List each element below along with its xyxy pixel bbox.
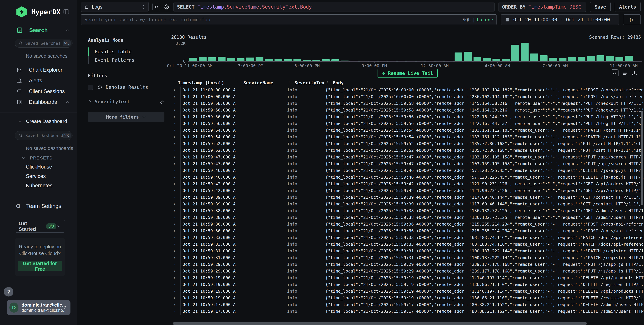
table-row[interactable]: › Oct 21 10:59:56.000 AM info {"time_loc… — [171, 120, 644, 127]
table-row[interactable]: › Oct 21 10:59:19.000 AM info {"time_loc… — [171, 288, 644, 295]
row-expand-chevron[interactable]: › — [173, 101, 176, 106]
histogram-bar[interactable] — [369, 61, 377, 61]
histogram-bar[interactable] — [284, 59, 292, 61]
row-expand-chevron[interactable]: › — [173, 141, 176, 146]
table-row[interactable]: › Oct 21 10:59:56.000 AM info {"time_loc… — [171, 113, 644, 120]
row-expand-chevron[interactable]: › — [173, 188, 176, 193]
query-language-toggle[interactable]: SQL|Lucene — [462, 17, 493, 22]
column-header-servicename[interactable]: ⋮ServiceName — [236, 80, 287, 85]
edit-sql-button[interactable] — [152, 3, 160, 11]
table-row[interactable]: › Oct 21 10:59:29.000 AM info {"time_loc… — [171, 261, 644, 268]
get-started-dropdown[interactable]: Get Started 3/3 — [15, 220, 65, 233]
histogram-bar[interactable] — [596, 55, 604, 61]
view-source-button[interactable] — [611, 69, 618, 77]
download-button[interactable] — [632, 70, 637, 76]
histogram-bar[interactable] — [445, 61, 453, 61]
table-row[interactable]: › Oct 21 10:59:29.000 AM info {"time_loc… — [171, 268, 644, 274]
event-search-input[interactable] — [84, 17, 459, 22]
chevron-up-icon[interactable] — [65, 100, 70, 104]
row-expand-chevron[interactable]: › — [173, 121, 176, 126]
histogram-bar[interactable] — [208, 57, 216, 61]
row-expand-chevron[interactable]: › — [173, 94, 176, 99]
save-button[interactable]: Save — [590, 2, 610, 12]
preset-item-kubernetes[interactable]: Kubernetes — [0, 181, 77, 190]
row-expand-chevron[interactable]: › — [173, 289, 176, 294]
row-expand-chevron[interactable]: › — [173, 107, 176, 112]
create-dashboard-button[interactable]: + Create Dashboard — [0, 116, 77, 126]
row-expand-chevron[interactable]: › — [173, 168, 176, 173]
table-row[interactable]: › Oct 21 10:59:38.000 AM info {"time_loc… — [171, 214, 644, 221]
resume-live-tail-button[interactable]: Resume Live Tail — [378, 69, 438, 78]
sql-mode-option[interactable]: SQL — [462, 17, 471, 22]
orderby-input[interactable]: ORDER BY TimestampTime DESC — [498, 2, 586, 12]
row-expand-chevron[interactable]: › — [173, 262, 176, 267]
table-row[interactable]: › Oct 21 10:59:42.000 AM info {"time_loc… — [171, 187, 644, 194]
alerts-button[interactable]: Alerts — [615, 2, 641, 12]
user-profile-card[interactable]: D dominic.tran@clic... dominic.tran@clic… — [7, 300, 70, 315]
presets-toggle[interactable]: PRESETS — [0, 154, 77, 162]
source-select[interactable]: Logs — [81, 2, 149, 12]
table-row[interactable]: › Oct 21 10:59:52.000 AM info {"time_loc… — [171, 140, 644, 147]
saved-dashboards-searchbox[interactable]: ⌘K — [15, 131, 72, 140]
facet-severitytext[interactable]: SeverityText — [88, 99, 164, 104]
row-expand-chevron[interactable]: › — [173, 248, 176, 253]
table-row[interactable]: › Oct 21 10:59:33.000 AM info {"time_loc… — [171, 241, 644, 248]
histogram-bar[interactable] — [332, 59, 339, 61]
table-row[interactable]: › Oct 21 11:00:00.000 AM info {"time_loc… — [171, 86, 644, 93]
table-row[interactable]: › Oct 21 10:59:33.000 AM info {"time_loc… — [171, 234, 644, 241]
row-expand-chevron[interactable]: › — [173, 302, 176, 307]
histogram-bar[interactable] — [474, 57, 481, 61]
sidebar-item-chart-explorer[interactable]: Chart Explorer — [0, 64, 77, 75]
histogram-bar[interactable] — [256, 57, 263, 61]
pin-icon[interactable] — [160, 99, 164, 104]
histogram-bar[interactable] — [236, 58, 244, 61]
histogram-bar[interactable] — [407, 61, 415, 61]
histogram-bar[interactable] — [454, 52, 462, 61]
row-expand-chevron[interactable]: › — [173, 222, 176, 227]
table-row[interactable]: › Oct 21 10:59:54.000 AM info {"time_loc… — [171, 133, 644, 140]
histogram-bar[interactable] — [502, 59, 510, 61]
histogram-bar[interactable] — [189, 58, 197, 61]
histogram-bar[interactable] — [634, 61, 642, 61]
table-row[interactable]: › Oct 21 10:59:46.000 AM info {"time_loc… — [171, 167, 644, 174]
saved-searches-input[interactable] — [25, 41, 62, 46]
team-settings-button[interactable]: ⚙ Team Settings — [0, 201, 77, 211]
histogram-bar[interactable] — [436, 61, 443, 61]
histogram-bar[interactable] — [587, 56, 595, 61]
row-expand-chevron[interactable]: › — [173, 148, 176, 153]
histogram-chart[interactable]: 3.2K 0 — [171, 42, 644, 62]
histogram-bar[interactable] — [511, 45, 519, 61]
row-expand-chevron[interactable]: › — [173, 282, 176, 287]
row-expand-chevron[interactable]: › — [173, 295, 176, 300]
histogram-bar[interactable] — [379, 61, 386, 61]
histogram-bar[interactable] — [521, 43, 528, 61]
histogram-bar[interactable] — [549, 58, 557, 61]
column-resize-handle[interactable]: ⋮ — [287, 80, 291, 85]
mode-results-table[interactable]: Results Table — [88, 47, 164, 56]
sidebar-item-client-sessions[interactable]: Client Sessions — [0, 86, 77, 97]
row-expand-chevron[interactable]: › — [173, 195, 176, 200]
histogram-bar[interactable] — [417, 61, 424, 61]
row-expand-chevron[interactable]: › — [173, 208, 176, 213]
table-row[interactable]: › Oct 21 10:59:17.000 AM info {"time_loc… — [171, 301, 644, 308]
saved-dashboards-input[interactable] — [25, 133, 62, 138]
histogram-bar[interactable] — [426, 61, 434, 61]
histogram-bar[interactable] — [350, 61, 358, 61]
histogram-bar[interactable] — [388, 61, 396, 61]
sidebar-item-alerts[interactable]: Alerts — [0, 75, 77, 86]
more-filters-button[interactable]: More filters — [88, 112, 164, 122]
table-row[interactable]: › Oct 21 10:59:58.000 AM info {"time_loc… — [171, 100, 644, 107]
row-expand-chevron[interactable]: › — [173, 255, 176, 260]
histogram-bar[interactable] — [274, 59, 282, 61]
denoise-results-toggle[interactable]: Denoise Results — [88, 84, 164, 90]
table-row[interactable]: › Oct 21 10:59:42.000 AM info {"time_loc… — [171, 180, 644, 187]
row-expand-chevron[interactable]: › — [173, 128, 176, 133]
histogram-bar[interactable] — [303, 60, 310, 61]
saved-searches-searchbox[interactable]: ⌘K — [15, 39, 72, 48]
histogram-bar[interactable] — [322, 59, 330, 61]
histogram-bar[interactable] — [294, 59, 301, 61]
column-header-body[interactable]: ⋮Body — [325, 80, 644, 85]
table-row[interactable]: › Oct 21 10:59:39.000 AM info {"time_loc… — [171, 201, 644, 207]
table-row[interactable]: › Oct 21 10:59:36.000 AM info {"time_loc… — [171, 221, 644, 227]
run-query-button[interactable]: ▷ — [623, 14, 641, 25]
